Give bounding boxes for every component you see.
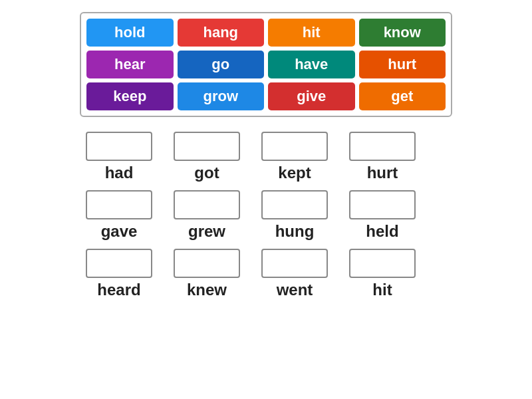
answer-cell-1-0: gave [80, 190, 158, 241]
past-word-had: had [105, 164, 134, 182]
word-tile-keep[interactable]: keep [86, 82, 174, 110]
word-bank: holdhanghitknowheargohavehurtkeepgrowgiv… [80, 12, 452, 117]
past-word-kept: kept [278, 164, 311, 182]
past-word-hurt: hurt [367, 164, 398, 182]
answer-cell-1-2: hung [255, 190, 334, 241]
past-word-knew: knew [187, 281, 227, 299]
answer-cell-0-0: had [80, 132, 158, 182]
word-tile-hang[interactable]: hang [178, 19, 265, 47]
answer-cell-2-1: knew [168, 249, 246, 299]
drop-box-1-3[interactable] [349, 190, 416, 219]
past-word-heard: heard [97, 281, 140, 299]
drop-box-0-0[interactable] [86, 132, 152, 161]
answer-cell-2-2: went [255, 249, 334, 299]
word-tile-hold[interactable]: hold [86, 19, 174, 47]
past-word-hit: hit [372, 281, 392, 299]
word-tile-grow[interactable]: grow [178, 82, 265, 110]
drop-box-0-3[interactable] [349, 132, 416, 161]
drop-box-2-2[interactable] [261, 249, 328, 278]
word-tile-go[interactable]: go [178, 51, 265, 78]
answer-section: hadgotkepthurtgavegrewhungheldheardkneww… [80, 132, 452, 299]
answer-cell-0-3: hurt [343, 132, 422, 182]
answer-cell-1-1: grew [168, 190, 246, 241]
drop-box-0-1[interactable] [174, 132, 240, 161]
past-word-got: got [194, 164, 219, 182]
drop-box-2-0[interactable] [86, 249, 152, 278]
drop-box-1-1[interactable] [174, 190, 240, 219]
drop-box-1-2[interactable] [261, 190, 328, 219]
answer-cell-2-0: heard [80, 249, 158, 299]
answer-cell-2-3: hit [343, 249, 422, 299]
past-word-gave: gave [101, 222, 138, 241]
past-word-grew: grew [188, 222, 225, 241]
drop-box-2-1[interactable] [174, 249, 240, 278]
word-tile-have[interactable]: have [268, 51, 355, 78]
word-tile-know[interactable]: know [359, 19, 446, 47]
answer-cell-0-2: kept [255, 132, 334, 182]
answer-row-2: heardknewwenthit [80, 249, 452, 299]
answer-cell-0-1: got [168, 132, 246, 182]
past-word-held: held [366, 222, 398, 241]
answer-row-1: gavegrewhungheld [80, 190, 452, 241]
past-word-hung: hung [275, 222, 315, 241]
word-tile-give[interactable]: give [268, 82, 355, 110]
drop-box-1-0[interactable] [86, 190, 152, 219]
word-tile-hit[interactable]: hit [268, 19, 355, 47]
past-word-went: went [277, 281, 313, 299]
drop-box-0-2[interactable] [261, 132, 328, 161]
word-tile-hear[interactable]: hear [86, 51, 174, 78]
drop-box-2-3[interactable] [349, 249, 416, 278]
word-tile-get[interactable]: get [359, 82, 446, 110]
answer-cell-1-3: held [343, 190, 422, 241]
answer-row-0: hadgotkepthurt [80, 132, 452, 182]
word-tile-hurt[interactable]: hurt [359, 51, 446, 78]
